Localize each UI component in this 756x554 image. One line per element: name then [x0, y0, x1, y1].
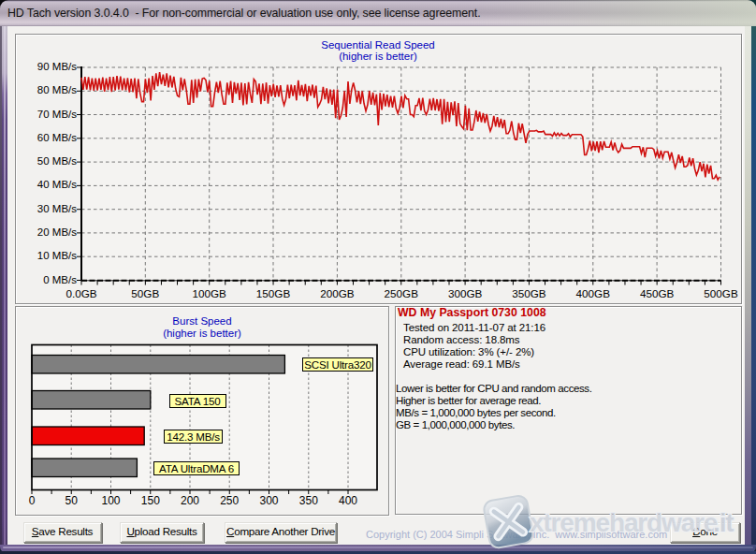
svg-text:xtremehardware: xtremehardware [530, 508, 718, 537]
svg-text:.it: .it [713, 508, 734, 537]
